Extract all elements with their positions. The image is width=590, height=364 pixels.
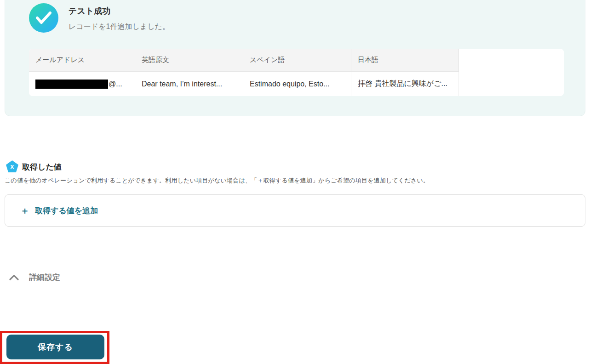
- pentagon-x-glyph: x: [11, 163, 14, 170]
- cell-japanese: 拝啓 貴社製品に興味がご...: [351, 72, 459, 96]
- column-header-spanish: スペイン語: [243, 49, 351, 72]
- table-header-row: メールアドレス 英語原文 スペイン語 日本語: [29, 49, 564, 72]
- redacted-email-block: [35, 80, 108, 89]
- chevron-up-icon: [9, 274, 19, 280]
- test-success-panel: テスト成功 レコードを1件追加しました。 メールアドレス 英語原文 スペイン語 …: [5, 0, 585, 116]
- advanced-settings-label: 詳細設定: [29, 272, 60, 283]
- column-header-filler: [459, 49, 564, 72]
- success-title: テスト成功: [69, 6, 110, 17]
- cell-english: Dear team, I’m interest...: [135, 72, 243, 96]
- column-header-japanese: 日本語: [351, 49, 459, 72]
- cell-spanish: Estimado equipo, Esto...: [243, 72, 351, 96]
- cell-filler: [459, 72, 564, 96]
- column-header-email: メールアドレス: [29, 49, 135, 72]
- cell-email: @...: [29, 72, 135, 96]
- add-retrieved-value-button[interactable]: ＋ 取得する値を追加: [5, 194, 585, 227]
- add-value-label: 取得する値を追加: [35, 205, 98, 216]
- column-header-english: 英語原文: [135, 49, 243, 72]
- retrieved-values-description: この値を他のオペレーションで利用することができます。利用したい項目がない場合は、…: [5, 176, 429, 185]
- save-button[interactable]: 保存する: [6, 335, 104, 359]
- success-check-icon: [29, 3, 58, 33]
- email-suffix: @...: [109, 80, 122, 88]
- test-result-table: メールアドレス 英語原文 スペイン語 日本語 @... Dear team, I…: [29, 49, 564, 96]
- success-message: レコードを1件追加しました。: [69, 22, 170, 32]
- retrieved-values-heading: 取得した値: [22, 162, 62, 172]
- advanced-settings-toggle[interactable]: 詳細設定: [9, 272, 60, 283]
- retrieved-value-pentagon-x-icon: x: [6, 160, 18, 172]
- table-row: @... Dear team, I’m interest... Estimado…: [29, 72, 564, 96]
- plus-icon: ＋: [20, 205, 29, 217]
